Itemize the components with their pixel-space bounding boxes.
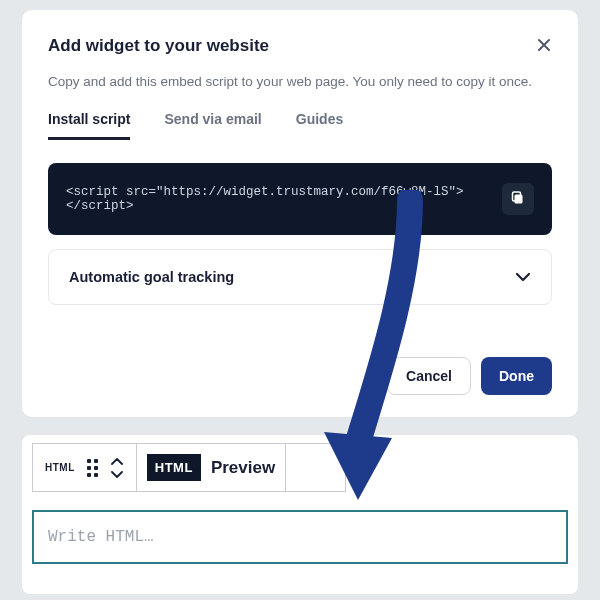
tab-install-script[interactable]: Install script <box>48 111 130 140</box>
done-button[interactable]: Done <box>481 357 552 395</box>
modal-title: Add widget to your website <box>48 36 269 56</box>
install-tabs: Install script Send via email Guides <box>48 111 552 141</box>
copy-icon <box>510 190 526 209</box>
preview-toggle-cell[interactable]: HTML Preview <box>137 443 286 492</box>
preview-label: Preview <box>211 458 275 478</box>
html-editor-panel: HTML HTML Preview <box>22 435 578 594</box>
tab-send-email[interactable]: Send via email <box>164 111 261 140</box>
cancel-button[interactable]: Cancel <box>387 357 471 395</box>
html-input[interactable] <box>32 510 568 564</box>
embed-script-block: <script src="https://widget.trustmary.co… <box>48 163 552 235</box>
modal-header: Add widget to your website <box>48 36 552 56</box>
close-icon <box>536 35 552 57</box>
reorder-icon <box>110 458 124 478</box>
svg-rect-0 <box>515 194 523 203</box>
html-badge-small: HTML <box>45 462 75 473</box>
embed-script-text: <script src="https://widget.trustmary.co… <box>66 185 490 213</box>
accordion-title: Automatic goal tracking <box>69 269 234 285</box>
html-badge-large: HTML <box>147 454 201 481</box>
goal-tracking-accordion[interactable]: Automatic goal tracking <box>48 249 552 305</box>
drag-handle-icon <box>87 459 98 477</box>
add-widget-modal: Add widget to your website Copy and add … <box>22 10 578 417</box>
chevron-down-icon <box>515 268 531 286</box>
copy-script-button[interactable] <box>502 183 534 215</box>
modal-description: Copy and add this embed script to your w… <box>48 74 552 89</box>
more-icon <box>313 459 317 477</box>
editor-toolbar: HTML HTML Preview <box>32 443 568 492</box>
close-button[interactable] <box>536 36 552 56</box>
toolbar-overflow-cell[interactable] <box>286 443 346 492</box>
tab-guides[interactable]: Guides <box>296 111 343 140</box>
block-type-cell[interactable]: HTML <box>32 443 137 492</box>
modal-footer: Cancel Done <box>48 357 552 395</box>
